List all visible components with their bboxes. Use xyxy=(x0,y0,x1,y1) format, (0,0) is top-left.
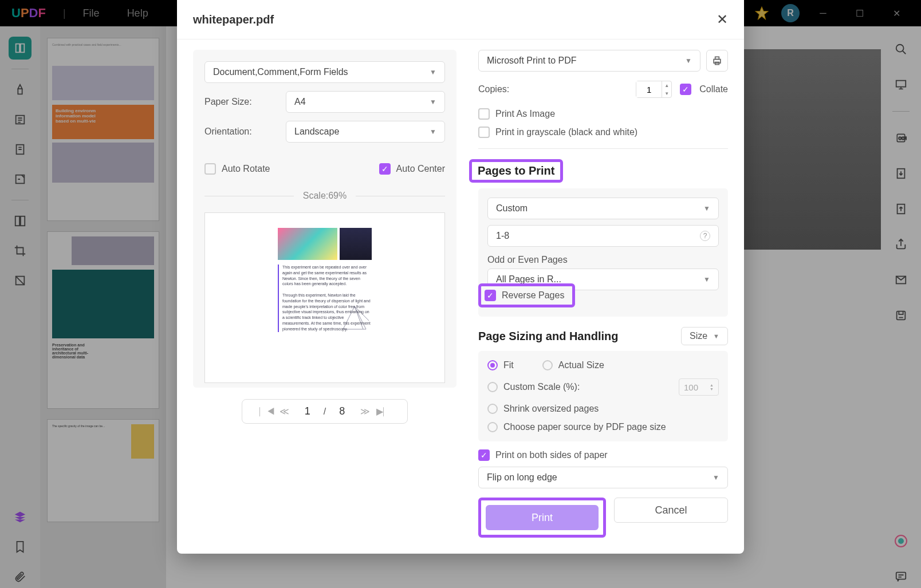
choose-source-label: Choose paper source by PDF page size xyxy=(503,422,666,432)
print-image-label: Print As Image xyxy=(495,109,555,119)
total-pages: 8 xyxy=(330,405,353,417)
duplex-label: Print on both sides of paper xyxy=(495,450,608,460)
print-preview: This experiment can be repeated over and… xyxy=(204,212,445,383)
flip-select[interactable]: Flip on long edge▼ xyxy=(478,467,728,488)
print-dialog: whitepaper.pdf ✕ Document,Comment,Form F… xyxy=(177,0,744,554)
preview-pager: ⎸◀ ≪ 1 / 8 ≫ ▶⎸ xyxy=(242,399,408,424)
reverse-highlight: ✓ Reverse Pages xyxy=(478,283,575,307)
sizing-section-title: Page Sizing and Handling xyxy=(478,330,618,343)
svg-rect-19 xyxy=(715,57,719,59)
paper-size-label: Paper Size: xyxy=(204,97,279,107)
pages-section-highlight: Pages to Print xyxy=(469,159,563,183)
sizing-mode-select[interactable]: Size▼ xyxy=(681,327,728,345)
cancel-button[interactable]: Cancel xyxy=(614,498,728,523)
grayscale-label: Print in grayscale (black and white) xyxy=(495,127,637,137)
prev-page-icon[interactable]: ≪ xyxy=(278,406,292,417)
shrink-label: Shrink oversized pages xyxy=(503,404,599,414)
collate-checkbox[interactable]: ✓ xyxy=(680,84,691,95)
copies-input[interactable] xyxy=(636,81,662,97)
copies-spinner[interactable]: ▲▼ xyxy=(636,81,672,98)
choose-source-radio[interactable] xyxy=(487,422,498,432)
orientation-label: Orientation: xyxy=(204,127,279,137)
copies-label: Copies: xyxy=(478,84,509,94)
print-image-checkbox[interactable] xyxy=(478,108,490,120)
auto-center-checkbox[interactable]: ✓ xyxy=(379,163,391,175)
copies-up-icon[interactable]: ▲ xyxy=(662,81,671,89)
pages-range-input[interactable]: 1-8 ? xyxy=(487,225,719,247)
reverse-label: Reverse Pages xyxy=(502,290,564,301)
reverse-checkbox[interactable]: ✓ xyxy=(485,290,496,301)
dialog-title: whitepaper.pdf xyxy=(193,13,274,26)
pages-mode-select[interactable]: Custom▼ xyxy=(487,198,719,219)
custom-scale-label: Custom Scale (%): xyxy=(503,382,580,392)
print-button-highlight: Print xyxy=(478,498,606,538)
actual-size-radio[interactable] xyxy=(542,360,553,370)
shrink-radio[interactable] xyxy=(487,404,498,414)
fit-label: Fit xyxy=(503,360,514,370)
duplex-checkbox[interactable]: ✓ xyxy=(478,449,490,461)
collate-label: Collate xyxy=(699,84,728,94)
pages-section-title: Pages to Print xyxy=(478,164,554,177)
current-page[interactable]: 1 xyxy=(296,405,319,417)
auto-rotate-checkbox[interactable] xyxy=(204,163,216,175)
printer-select[interactable]: Microsoft Print to PDF▼ xyxy=(478,50,700,72)
grayscale-checkbox[interactable] xyxy=(478,127,490,138)
custom-scale-input[interactable]: 100▲▼ xyxy=(679,378,719,396)
auto-rotate-label: Auto Rotate xyxy=(222,164,270,174)
copies-down-icon[interactable]: ▼ xyxy=(662,89,671,97)
scale-text: Scale:69% xyxy=(303,191,347,201)
first-page-icon[interactable]: ⎸◀ xyxy=(259,407,273,417)
print-button[interactable]: Print xyxy=(486,505,599,530)
content-select[interactable]: Document,Comment,Form Fields▼ xyxy=(204,61,445,83)
help-icon[interactable]: ? xyxy=(700,231,710,241)
fit-radio[interactable] xyxy=(487,360,498,370)
modal-overlay: whitepaper.pdf ✕ Document,Comment,Form F… xyxy=(0,0,921,588)
odd-even-label: Odd or Even Pages xyxy=(487,255,719,265)
next-page-icon[interactable]: ≫ xyxy=(358,406,372,417)
printer-properties-icon[interactable] xyxy=(706,50,728,72)
last-page-icon[interactable]: ▶⎸ xyxy=(376,406,390,417)
close-icon[interactable]: ✕ xyxy=(717,11,728,27)
auto-center-label: Auto Center xyxy=(396,164,445,174)
paper-size-select[interactable]: A4▼ xyxy=(286,91,445,113)
actual-size-label: Actual Size xyxy=(558,360,604,370)
orientation-select[interactable]: Landscape▼ xyxy=(286,121,445,143)
custom-scale-radio[interactable] xyxy=(487,382,498,392)
